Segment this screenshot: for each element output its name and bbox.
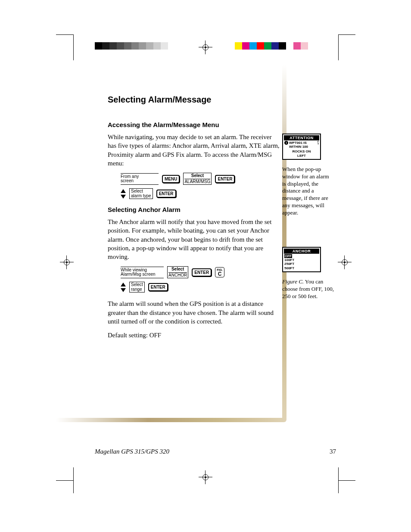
crop-mark [56, 480, 73, 481]
color-bar-cmyk [235, 42, 308, 50]
color-bar-grayscale [95, 42, 183, 50]
figure-reference-c: FIG. C [215, 267, 224, 277]
page-number: 37 [330, 448, 336, 455]
page-border-horizontal [56, 418, 286, 422]
swatch [168, 42, 175, 50]
enter-button: ENTER [156, 190, 176, 198]
crop-mark [73, 467, 74, 493]
registration-mark-bottom [201, 473, 210, 482]
anchor-option: OFF [284, 254, 319, 258]
swatch [279, 42, 286, 50]
registration-mark-left [62, 258, 71, 267]
seq-label-while-viewing: While viewing Alarm/Msg screen [121, 267, 164, 278]
paragraph-anchor-alarm: The Anchor alarm will notify that you ha… [108, 218, 280, 261]
anchor-option: 500FT [284, 266, 319, 270]
book-title: Magellan GPS 315/GPS 320 [95, 448, 169, 455]
attention-line2: ROCKS ON LEFT [284, 149, 319, 157]
swatch [175, 42, 183, 50]
crop-mark [73, 34, 74, 60]
attention-ft: F T [318, 141, 319, 145]
swatch [146, 42, 153, 50]
mini-label-select-alarm-type: Select alarm type [129, 188, 153, 199]
registration-mark-right [340, 258, 349, 267]
attention-line1b: WITHIN 100 [289, 145, 308, 149]
crop-mark [338, 34, 355, 35]
enter-button: ENTER [192, 268, 212, 277]
device-header-anchor: ANCHOR [284, 249, 319, 254]
swatch [153, 42, 161, 50]
crop-mark [338, 34, 339, 60]
page-footer: Magellan GPS 315/GPS 320 37 [95, 448, 336, 455]
sequence-access-menu: From any screen MENU Select ALARM/MSG EN… [121, 173, 280, 199]
swatch [257, 42, 264, 50]
swatch [139, 42, 146, 50]
caption-attention: When the pop-up window for an alarm is d… [282, 166, 334, 217]
swatch [117, 42, 124, 50]
device-screen-attention: ATTENTION i WPT001 IS WITHIN 100 F T ROC… [282, 134, 321, 160]
swatch [293, 42, 301, 50]
info-icon: i [284, 141, 288, 145]
select-box-anchor: Select ANCHOR [167, 266, 188, 278]
swatch [235, 42, 242, 50]
swatch [301, 42, 308, 50]
swatch [271, 42, 279, 50]
swatch [161, 42, 168, 50]
seq-label-from-any-screen: From any screen [121, 173, 159, 185]
swatch [109, 42, 117, 50]
subheading-accessing-menu: Accessing the Alarm/Message Menu [108, 121, 280, 128]
anchor-option: 100FT [284, 258, 319, 262]
paragraph-default-setting: Default setting: OFF [108, 331, 280, 339]
crop-mark [338, 480, 355, 481]
up-down-arrows-icon [121, 283, 126, 292]
enter-button: ENTER [148, 283, 168, 291]
sequence-anchor-alarm: While viewing Alarm/Msg screen Select AN… [121, 266, 280, 292]
swatch [286, 42, 293, 50]
figure-label: Figure C. [282, 278, 304, 285]
paragraph-access-menu: While navigating, you may decide to set … [108, 133, 280, 168]
swatch [249, 42, 257, 50]
menu-button: MENU [162, 175, 180, 183]
section-title: Selecting Alarm/Message [108, 95, 280, 105]
swatch [124, 42, 131, 50]
subheading-anchor-alarm: Selecting Anchor Alarm [108, 206, 280, 213]
select-box-alarm-msg: Select ALARM/MSG [183, 173, 212, 185]
swatch [242, 42, 249, 50]
main-content: Selecting Alarm/Message Accessing the Al… [108, 95, 280, 345]
swatch [102, 42, 109, 50]
paragraph-alarm-sound: The alarm will sound when the GPS positi… [108, 299, 280, 326]
mini-label-select-range: Select range [129, 282, 145, 292]
up-down-arrows-icon [121, 189, 126, 199]
attention-line1a: WPT001 IS [289, 141, 307, 145]
crop-mark [338, 467, 339, 493]
swatch [95, 42, 102, 50]
device-header-attention: ATTENTION [284, 135, 319, 140]
registration-mark-top [201, 43, 210, 52]
crop-mark [56, 34, 73, 35]
device-screen-anchor: ANCHOR OFF100FT250FT500FT [282, 247, 321, 272]
swatch [264, 42, 271, 50]
swatch [131, 42, 139, 50]
anchor-option: 250FT [284, 262, 319, 266]
side-column: ATTENTION i WPT001 IS WITHIN 100 F T ROC… [282, 134, 338, 300]
caption-figure-c: Figure C. You can choose from OFF, 100, … [282, 278, 334, 300]
enter-button: ENTER [215, 175, 235, 183]
